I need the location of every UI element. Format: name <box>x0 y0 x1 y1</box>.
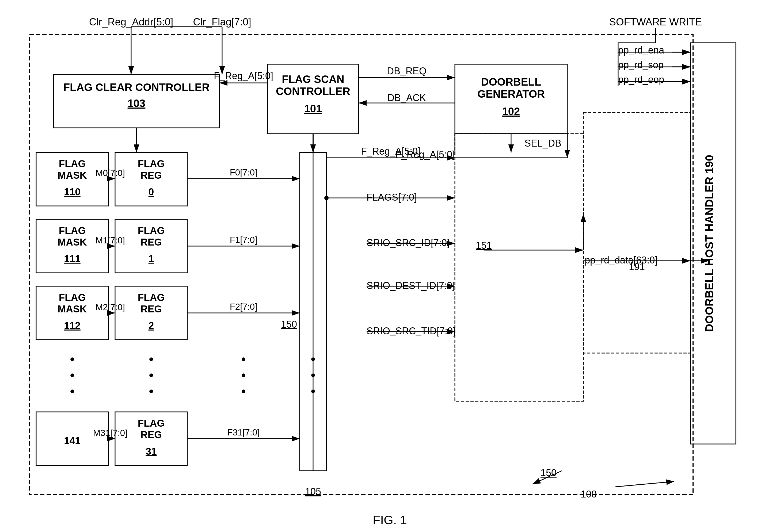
fig-label: FIG. 1 <box>373 513 407 527</box>
pp-rd-ena-label: pp_rd_ena <box>618 45 665 56</box>
fm141-l1: 141 <box>64 435 81 446</box>
fsc-label3: 101 <box>304 103 322 114</box>
f-reg-a2-label: F_Reg_A[5:0] <box>361 146 420 157</box>
dots-f2: • <box>241 368 246 383</box>
dots-fr2: • <box>149 368 154 383</box>
dots-fr3: • <box>149 384 154 399</box>
dots1: • <box>70 352 75 367</box>
fsc-label2: CONTROLLER <box>276 85 350 97</box>
pp-rd-data-label: pp_rd_data[63:0] <box>585 255 657 266</box>
m0-label: M0[7:0] <box>96 168 125 178</box>
fr0-l2: REG <box>141 170 162 181</box>
fcc-label1: FLAG CLEAR CONTROLLER <box>63 81 210 93</box>
fm111-l1: FLAG <box>59 225 86 236</box>
dots-sb2: • <box>311 368 315 383</box>
fsc-label1: FLAG SCAN <box>282 73 344 85</box>
n151-label: 151 <box>476 240 492 251</box>
fm110-l1: FLAG <box>59 158 86 169</box>
fm110-l3: 110 <box>64 187 81 197</box>
fr31-l2: REG <box>141 429 162 440</box>
svg-rect-24 <box>583 112 690 353</box>
m2-label: M2[7:0] <box>96 302 125 312</box>
dots-fr1: • <box>149 352 154 367</box>
fr1-l1: FLAG <box>138 225 165 236</box>
db-ack-label: DB_ACK <box>387 92 426 103</box>
sel-db-label: SEL_DB <box>525 138 562 149</box>
dots-sb3: • <box>311 384 315 399</box>
db-req-label: DB_REQ <box>387 65 427 76</box>
f-reg-a-label1: F_Reg_A[5:0] <box>214 70 273 81</box>
fr2-l2: REG <box>141 304 162 315</box>
fm110-l2: MASK <box>58 170 87 181</box>
clr-reg-addr-label: Clr_Reg_Addr[5:0] <box>89 16 174 28</box>
flags-label: FLAGS[7:0] <box>367 192 417 203</box>
n150a-label: 150 <box>281 319 297 330</box>
fr31-l1: FLAG <box>138 418 165 429</box>
dots2: • <box>70 368 75 383</box>
m31-label: M31[7:0] <box>93 428 127 438</box>
fm111-l2: MASK <box>58 237 87 248</box>
fr31-l3: 31 <box>146 446 156 457</box>
fr2-l3: 2 <box>148 320 154 331</box>
n105-label: 105 <box>305 486 321 497</box>
software-write-label: SOFTWARE WRITE <box>609 16 702 28</box>
dbg-label2: GENERATOR <box>477 88 545 100</box>
srio-src-tid-label: SRIO_SRC_TID[7:0] <box>367 325 455 336</box>
fr1-l3: 1 <box>148 253 154 264</box>
dbhh-label1: DOORBELL HOST HANDLER 190 <box>703 155 716 332</box>
f31-label: F31[7:0] <box>227 427 259 437</box>
m1-label: M1[7:0] <box>96 235 125 245</box>
srio-src-id-label: SRIO_SRC_ID[7:0] <box>367 237 449 248</box>
fr0-l1: FLAG <box>138 158 165 169</box>
dots-f1: • <box>241 352 246 367</box>
f0-label: F0[7:0] <box>230 167 257 177</box>
pp-rd-sop-label: pp_rd_sop <box>618 59 664 70</box>
fm112-l3: 112 <box>64 320 81 331</box>
svg-point-29 <box>324 196 329 200</box>
srio-dest-id-label: SRIO_DEST_ID[7:0] <box>367 280 455 291</box>
f1-label: F1[7:0] <box>230 235 257 245</box>
fm112-l1: FLAG <box>59 292 86 303</box>
dots3: • <box>70 384 75 399</box>
fr1-l2: REG <box>141 237 162 248</box>
dots-sb1: • <box>311 352 315 367</box>
dbg-label3: 102 <box>502 105 520 117</box>
fm111-l3: 111 <box>64 253 81 264</box>
svg-rect-33 <box>455 134 583 401</box>
diagram-container: Clr_Reg_Addr[5:0] Clr_Flag[7:0] SOFTWARE… <box>0 0 780 532</box>
dots-f3: • <box>241 384 246 399</box>
fm112-l2: MASK <box>58 304 87 315</box>
f2-label: F2[7:0] <box>230 302 257 312</box>
clr-flag-label: Clr_Flag[7:0] <box>193 16 251 28</box>
dbg-label1: DOORBELL <box>481 76 541 88</box>
pp-rd-eop-label: pp_rd_eop <box>618 74 664 85</box>
n100-label: 100 <box>581 489 597 500</box>
fr0-l3: 0 <box>148 187 154 197</box>
svg-line-53 <box>616 481 674 487</box>
fcc-label2: 103 <box>128 97 146 109</box>
fr2-l1: FLAG <box>138 292 165 303</box>
